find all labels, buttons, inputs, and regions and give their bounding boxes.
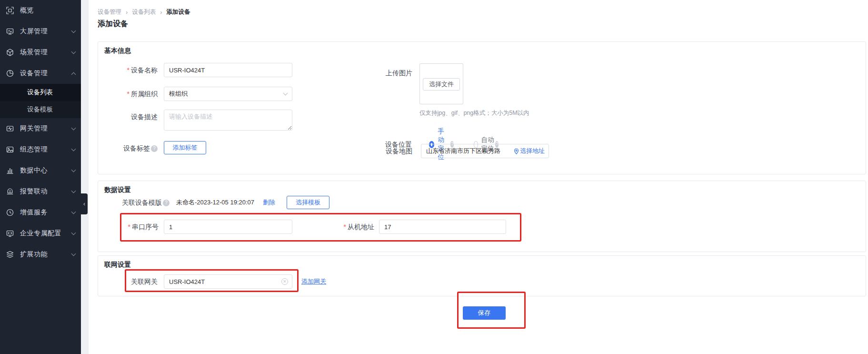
slave-address-input[interactable]: [379, 220, 506, 234]
sidebar-item-label: 场景管理: [20, 48, 72, 57]
pie-chart-icon: [6, 70, 14, 77]
help-icon[interactable]: ?: [163, 200, 170, 206]
choose-file-button[interactable]: 选择文件: [423, 78, 460, 91]
sidebar-item-enterprise-config[interactable]: 企业专属配置: [0, 223, 81, 244]
sidebar-item-label: 企业专属配置: [20, 229, 72, 238]
network-settings-section-title: 联网设置: [104, 261, 131, 269]
chevron-down-icon: [71, 231, 76, 235]
tags-label: 设备标签?: [98, 141, 158, 155]
upload-hint: 仅支持jpg、gif、png格式；大小为5M以内: [419, 109, 529, 117]
chevron-down-icon: [71, 50, 76, 54]
sidebar-gutter: [81, 0, 89, 354]
sidebar-item-device-management[interactable]: 设备管理: [0, 63, 81, 84]
add-tag-button[interactable]: 添加标签: [164, 141, 206, 154]
add-device-page: 概览 大屏管理 场景管理 设备管理 设备列表 设备模板 网关管理 组态: [0, 0, 868, 354]
breadcrumb-separator: ›: [126, 9, 128, 16]
sidebar-item-label: 概览: [20, 6, 75, 15]
linked-gateway-row: 关联网关 ✕ 添加网关: [98, 274, 326, 289]
linked-gateway-label: 关联网关: [98, 274, 158, 289]
organization-selected-value: 根组织: [169, 90, 188, 98]
device-map-address: 山东省济南市历下区颖秀路: [426, 147, 514, 155]
delete-template-link[interactable]: 删除: [263, 198, 275, 207]
chevron-down-icon: [71, 168, 76, 172]
linked-gateway-input-wrap: ✕: [164, 274, 292, 289]
sidebar-item-scada-management[interactable]: 组态管理: [0, 139, 81, 160]
breadcrumb-separator: ›: [160, 9, 162, 16]
clock-icon: [6, 209, 14, 216]
bar-chart-icon: [6, 167, 14, 174]
linked-gateway-input[interactable]: [164, 274, 292, 289]
sidebar-item-gateway-management[interactable]: 网关管理: [0, 118, 81, 139]
sidebar-item-value-added-services[interactable]: 增值服务: [0, 202, 81, 223]
sidebar-item-overview[interactable]: 概览: [0, 0, 81, 21]
sidebar-item-label: 增值服务: [20, 208, 72, 217]
tags-row: 设备标签? 添加标签: [98, 141, 206, 155]
organization-select[interactable]: 根组织: [164, 87, 292, 101]
monitor-icon: [6, 28, 14, 35]
device-name-input[interactable]: [164, 63, 292, 77]
chevron-down-icon: [71, 147, 76, 152]
basic-info-card: 基本信息 *设备名称 *所属组织 根组织 设备描述 设备标签? 添加标签 上传图…: [98, 41, 866, 174]
location-pin-icon: [514, 148, 519, 154]
serial-port-input[interactable]: [164, 220, 292, 234]
sidebar-item-alarm-linkage[interactable]: 报警联动: [0, 181, 81, 202]
breadcrumb-device-list[interactable]: 设备列表: [132, 8, 156, 16]
serial-port-label: *串口序号: [98, 220, 159, 234]
sidebar-item-label: 网关管理: [20, 124, 72, 133]
upload-label: 上传图片: [385, 66, 412, 80]
sidebar-item-label: 大屏管理: [20, 27, 72, 36]
device-map-input[interactable]: 山东省济南市历下区颖秀路 选择地址: [421, 144, 549, 158]
sidebar-item-label: 组态管理: [20, 145, 72, 154]
add-gateway-link[interactable]: 添加网关: [301, 274, 326, 289]
chevron-down-icon: [71, 210, 76, 214]
gateway-icon: [6, 125, 14, 132]
serial-settings-row: *串口序号 *从机地址: [98, 220, 506, 234]
breadcrumb-device-management[interactable]: 设备管理: [98, 8, 121, 16]
sidebar-item-device-list[interactable]: 设备列表: [0, 84, 81, 101]
linked-template-label: 关联设备模版?: [98, 196, 170, 209]
chevron-down-icon: [283, 91, 288, 96]
device-management-submenu: 设备列表 设备模板: [0, 84, 81, 118]
breadcrumb-current: 添加设备: [166, 8, 190, 16]
chevron-down-icon: [71, 29, 76, 33]
cube-icon: [6, 49, 14, 56]
select-address-link[interactable]: 选择地址: [514, 147, 545, 155]
linked-template-row: 关联设备模版? 未命名-2023-12-05 19:20:07 删除 选择模板: [98, 196, 329, 209]
description-label: 设备描述: [98, 110, 158, 124]
device-name-row: *设备名称: [98, 63, 292, 77]
sidebar-item-device-template[interactable]: 设备模板: [0, 101, 81, 118]
organization-label: *所属组织: [98, 87, 158, 101]
data-settings-card: 数据设置 关联设备模版? 未命名-2023-12-05 19:20:07 删除 …: [98, 181, 866, 252]
sidebar-item-label: 数据中心: [20, 166, 72, 175]
slave-address-label: *从机地址: [334, 220, 374, 234]
chevron-down-icon: [71, 189, 76, 193]
help-icon[interactable]: ?: [151, 145, 158, 152]
sidebar-item-label: 扩展功能: [20, 250, 72, 259]
sidebar-item-label: 设备管理: [20, 69, 72, 78]
monitor-code-icon: [6, 230, 14, 237]
page-title: 添加设备: [98, 19, 128, 29]
chevron-down-icon: [71, 252, 76, 256]
network-settings-card: 联网设置 关联网关 ✕ 添加网关: [98, 255, 866, 296]
save-button[interactable]: 保存: [463, 306, 506, 320]
sidebar-item-screen-management[interactable]: 大屏管理: [0, 21, 81, 42]
picture-icon: [6, 146, 14, 153]
data-settings-section-title: 数据设置: [104, 186, 131, 194]
device-name-label: *设备名称: [98, 63, 158, 77]
description-row: 设备描述: [98, 110, 292, 131]
organization-row: *所属组织 根组织: [98, 87, 292, 101]
description-textarea[interactable]: [164, 110, 292, 131]
upload-dropzone[interactable]: 选择文件: [419, 63, 463, 104]
sidebar-item-scene-management[interactable]: 场景管理: [0, 42, 81, 63]
basic-info-section-title: 基本信息: [104, 47, 131, 55]
clear-icon[interactable]: ✕: [281, 278, 288, 285]
chevron-down-icon: [71, 126, 76, 131]
sidebar: 概览 大屏管理 场景管理 设备管理 设备列表 设备模板 网关管理 组态: [0, 0, 81, 354]
overview-icon: [6, 7, 14, 14]
select-template-button[interactable]: 选择模板: [287, 196, 329, 209]
sidebar-collapse-handle[interactable]: ‹: [81, 193, 88, 214]
alarm-bell-icon: [6, 188, 14, 195]
sidebar-item-extensions[interactable]: 扩展功能: [0, 244, 81, 265]
sidebar-item-data-center[interactable]: 数据中心: [0, 160, 81, 181]
layers-icon: [6, 251, 14, 258]
